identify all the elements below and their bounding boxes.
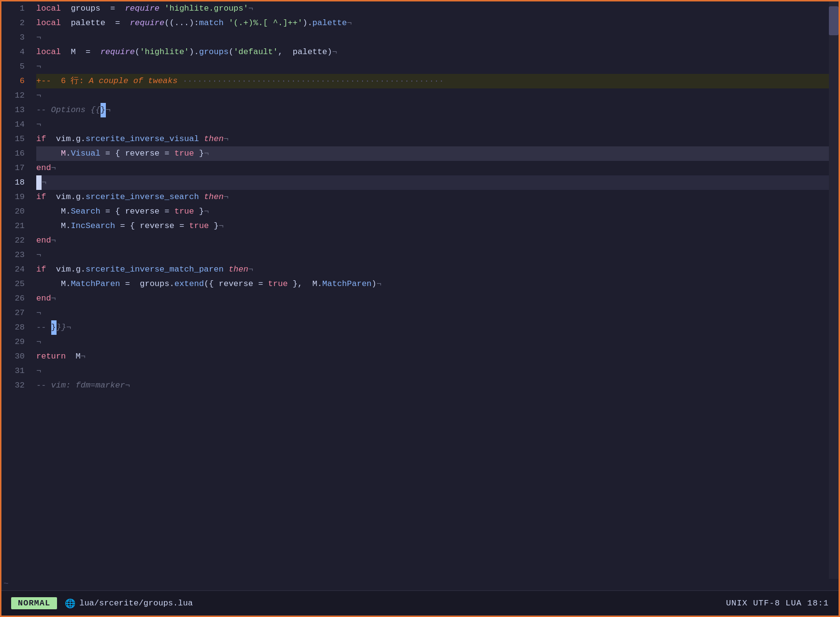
scrollbar-thumb[interactable]	[829, 6, 839, 35]
file-info: 🌐 lua/srcerite/groups.lua	[65, 598, 193, 609]
code-line-28: -- }}}¬	[36, 320, 829, 335]
ln-31: 31	[1, 364, 25, 378]
mode-badge: NORMAL	[11, 597, 57, 609]
ln-27: 27	[1, 306, 25, 320]
ln-32: 32	[1, 378, 25, 393]
code-line-24: if vim.g.srcerite_inverse_match_paren th…	[36, 262, 829, 277]
ln-25: 25	[1, 277, 25, 291]
code-line-14: ¬	[36, 117, 829, 132]
code-line-27: ¬	[36, 306, 829, 320]
ln-18: 18	[1, 175, 25, 190]
code-line-16: M.Visual = { reverse = true }¬	[36, 146, 829, 161]
code-line-3: ¬	[36, 30, 829, 45]
ln-19: 19	[1, 190, 25, 204]
code-content[interactable]: local groups = require 'highlite.groups'…	[30, 1, 829, 579]
ln-30: 30	[1, 349, 25, 364]
code-line-1: local groups = require 'highlite.groups'…	[36, 1, 829, 16]
ln-12: 12	[1, 88, 25, 103]
code-line-25: M.MatchParen = groups.extend({ reverse =…	[36, 277, 829, 291]
ln-3: 3	[1, 30, 25, 45]
code-line-26: end¬	[36, 291, 829, 306]
ln-23: 23	[1, 248, 25, 262]
ln-29: 29	[1, 335, 25, 349]
code-line-21: M.IncSearch = { reverse = true }¬	[36, 219, 829, 233]
status-right: UNIX UTF-8 LUA 18:1	[726, 599, 829, 608]
status-bar: NORMAL 🌐 lua/srcerite/groups.lua UNIX UT…	[1, 590, 839, 616]
ln-2: 2	[1, 16, 25, 30]
code-line-30: return M¬	[36, 349, 829, 364]
code-line-17: end¬	[36, 161, 829, 175]
ln-13: 13	[1, 103, 25, 117]
code-line-20: M.Search = { reverse = true }¬	[36, 204, 829, 219]
ln-14: 14	[1, 117, 25, 132]
code-line-18: ¬	[36, 175, 829, 190]
ln-15: 15	[1, 132, 25, 146]
code-line-6: +-- 6 行: A couple of tweaks ············…	[36, 74, 829, 88]
ln-22: 22	[1, 233, 25, 248]
ln-1: 1	[1, 1, 25, 16]
status-left: NORMAL 🌐 lua/srcerite/groups.lua	[11, 597, 193, 609]
ln-5: 5	[1, 59, 25, 74]
code-line-2: local palette = require((...):match '(.+…	[36, 16, 829, 30]
code-line-13: -- Options {{}¬	[36, 103, 829, 117]
ln-21: 21	[1, 219, 25, 233]
editor: 1 2 3 4 5 6 12 13 14 15 16 17 18 19 20 2…	[1, 1, 839, 590]
code-line-19: if vim.g.srcerite_inverse_search then¬	[36, 190, 829, 204]
code-line-5: ¬	[36, 59, 829, 74]
ln-20: 20	[1, 204, 25, 219]
scrollbar[interactable]	[829, 1, 839, 579]
ln-4: 4	[1, 45, 25, 59]
code-line-22: end¬	[36, 233, 829, 248]
code-line-12: ¬	[36, 88, 829, 103]
line-numbers: 1 2 3 4 5 6 12 13 14 15 16 17 18 19 20 2…	[1, 1, 30, 579]
globe-icon: 🌐	[65, 598, 75, 609]
ln-17: 17	[1, 161, 25, 175]
code-line-4: local M = require('highlite').groups('de…	[36, 45, 829, 59]
ln-24: 24	[1, 262, 25, 277]
code-line-15: if vim.g.srcerite_inverse_visual then¬	[36, 132, 829, 146]
code-line-32: -- vim: fdm=marker¬	[36, 378, 829, 393]
ln-16: 16	[1, 146, 25, 161]
ln-26: 26	[1, 291, 25, 306]
tilde-area: ~	[1, 579, 839, 590]
code-line-23: ¬	[36, 248, 829, 262]
ln-28: 28	[1, 320, 25, 335]
filename: lua/srcerite/groups.lua	[79, 599, 193, 608]
code-area: 1 2 3 4 5 6 12 13 14 15 16 17 18 19 20 2…	[1, 1, 839, 579]
code-line-29: ¬	[36, 335, 829, 349]
ln-6: 6	[1, 74, 25, 88]
code-line-31: ¬	[36, 364, 829, 378]
